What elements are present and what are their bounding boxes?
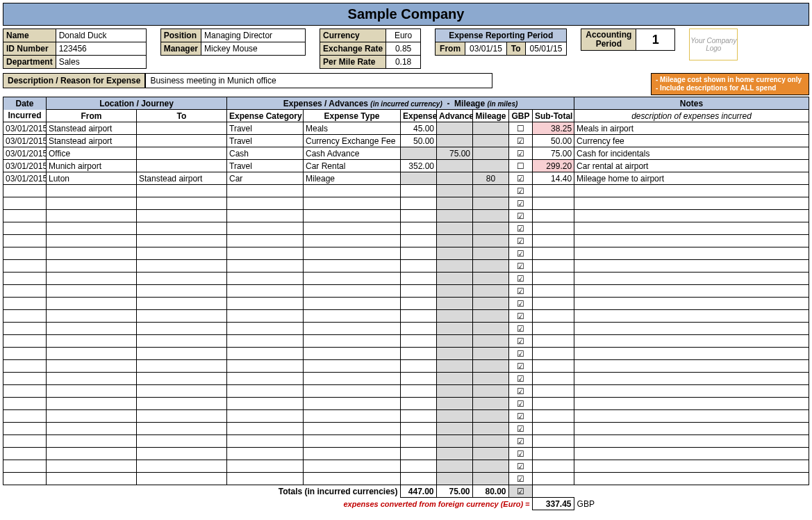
cell-from[interactable] [47, 298, 137, 310]
cell-to[interactable] [137, 235, 227, 247]
cell-from[interactable] [47, 222, 137, 235]
cell-type[interactable] [304, 348, 401, 360]
cell-note[interactable] [574, 273, 809, 285]
cell-gbp-checkbox[interactable]: ☑ [509, 348, 533, 360]
cell-category[interactable] [227, 210, 304, 222]
cell-date[interactable] [3, 260, 47, 273]
table-row[interactable]: 03/01/2015Stanstead airportTravelCurrenc… [3, 135, 809, 147]
cell-expense[interactable] [401, 310, 437, 323]
cell-category[interactable] [227, 323, 304, 335]
cell-date[interactable] [3, 197, 47, 210]
cell-to[interactable] [137, 373, 227, 385]
cell-advance[interactable] [437, 348, 473, 360]
manager-value[interactable]: Mickey Mouse [201, 42, 306, 56]
cell-mileage[interactable] [473, 247, 509, 260]
cell-expense[interactable] [401, 460, 437, 473]
cell-date[interactable] [3, 222, 47, 235]
table-row[interactable]: 03/01/2015LutonStanstead airportCarMilea… [3, 172, 809, 185]
cell-from[interactable] [47, 235, 137, 247]
cell-category[interactable] [227, 222, 304, 235]
cell-from[interactable] [47, 473, 137, 485]
cell-expense[interactable] [401, 222, 437, 235]
cell-from[interactable] [47, 435, 137, 448]
table-row[interactable]: ☑ [3, 273, 809, 285]
cell-note[interactable] [574, 385, 809, 398]
cell-note[interactable] [574, 360, 809, 373]
cell-mileage[interactable] [473, 185, 509, 197]
cell-date[interactable] [3, 460, 47, 473]
table-row[interactable]: ☑ [3, 348, 809, 360]
cell-expense[interactable] [401, 172, 437, 185]
cell-from[interactable] [47, 360, 137, 373]
cell-date[interactable] [3, 473, 47, 485]
cell-category[interactable] [227, 335, 304, 348]
cell-from[interactable] [47, 185, 137, 197]
cell-category[interactable]: Cash [227, 147, 304, 160]
cell-to[interactable] [137, 310, 227, 323]
cell-to[interactable] [137, 122, 227, 135]
table-row[interactable]: ☑ [3, 335, 809, 348]
cell-advance[interactable] [437, 360, 473, 373]
cell-from[interactable] [47, 423, 137, 435]
cell-to[interactable]: Stanstead airport [137, 172, 227, 185]
cell-mileage[interactable] [473, 398, 509, 410]
cell-from[interactable]: Stanstead airport [47, 135, 137, 147]
cell-advance[interactable] [437, 273, 473, 285]
cell-mileage[interactable] [473, 435, 509, 448]
cell-category[interactable] [227, 235, 304, 247]
cell-from[interactable] [47, 273, 137, 285]
cell-category[interactable] [227, 460, 304, 473]
cell-gbp-checkbox[interactable]: ☑ [509, 423, 533, 435]
cell-to[interactable] [137, 185, 227, 197]
cell-note[interactable]: Meals in airport [574, 122, 809, 135]
cell-gbp-checkbox[interactable]: ☑ [509, 172, 533, 185]
cell-type[interactable]: Meals [304, 122, 401, 135]
cell-expense[interactable] [401, 273, 437, 285]
cell-from[interactable] [47, 385, 137, 398]
cell-expense[interactable] [401, 247, 437, 260]
table-row[interactable]: ☑ [3, 385, 809, 398]
cell-type[interactable] [304, 285, 401, 298]
cell-advance[interactable] [437, 385, 473, 398]
cell-note[interactable] [574, 423, 809, 435]
cell-gbp-checkbox[interactable]: ☑ [509, 135, 533, 147]
cell-gbp-checkbox[interactable]: ☑ [509, 410, 533, 423]
cell-advance[interactable] [437, 435, 473, 448]
cell-date[interactable] [3, 448, 47, 460]
cell-expense[interactable]: 45.00 [401, 122, 437, 135]
cell-gbp-checkbox[interactable]: ☑ [509, 335, 533, 348]
cell-gbp-checkbox[interactable]: ☑ [509, 310, 533, 323]
cell-type[interactable] [304, 235, 401, 247]
cell-advance[interactable] [437, 260, 473, 273]
cell-gbp-checkbox[interactable]: ☑ [509, 260, 533, 273]
cell-mileage[interactable] [473, 235, 509, 247]
cell-note[interactable] [574, 235, 809, 247]
cell-date[interactable] [3, 310, 47, 323]
cell-expense[interactable] [401, 298, 437, 310]
cell-category[interactable] [227, 373, 304, 385]
cell-note[interactable]: Car rental at airport [574, 160, 809, 172]
cell-expense[interactable] [401, 323, 437, 335]
cell-to[interactable] [137, 423, 227, 435]
cell-gbp-checkbox[interactable]: ☑ [509, 435, 533, 448]
cell-advance[interactable] [437, 448, 473, 460]
cell-gbp-checkbox[interactable]: ☑ [509, 360, 533, 373]
cell-type[interactable] [304, 310, 401, 323]
cell-mileage[interactable] [473, 210, 509, 222]
table-row[interactable]: ☑ [3, 222, 809, 235]
cell-type[interactable] [304, 185, 401, 197]
cell-expense[interactable] [401, 473, 437, 485]
cell-mileage[interactable] [473, 335, 509, 348]
cell-note[interactable] [574, 473, 809, 485]
cell-gbp-checkbox[interactable]: ☑ [509, 460, 533, 473]
cell-note[interactable] [574, 348, 809, 360]
cell-date[interactable] [3, 435, 47, 448]
cell-mileage[interactable] [473, 423, 509, 435]
cell-type[interactable] [304, 210, 401, 222]
table-row[interactable]: ☑ [3, 423, 809, 435]
cell-mileage[interactable] [473, 448, 509, 460]
cell-note[interactable] [574, 298, 809, 310]
cell-date[interactable] [3, 373, 47, 385]
table-row[interactable]: ☑ [3, 373, 809, 385]
cell-to[interactable] [137, 222, 227, 235]
